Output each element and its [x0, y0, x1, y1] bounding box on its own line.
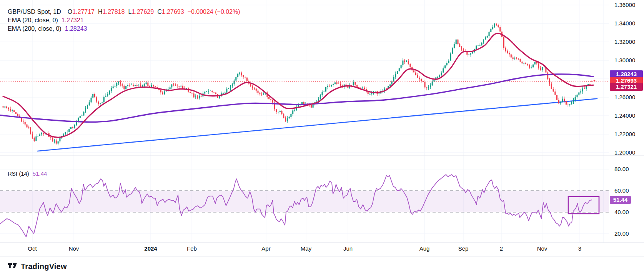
time-tick-label: Oct [28, 245, 37, 252]
time-tick-label: Sep [458, 245, 469, 252]
time-tick-label: May [301, 245, 311, 252]
time-tick-label: 2024 [144, 245, 157, 252]
time-axis[interactable]: OctNov2024FebAprMayJunAugSep2Nov3 [0, 243, 609, 257]
trendline[interactable] [38, 99, 597, 151]
ema200-label: EMA (200, close, 0) [8, 25, 62, 32]
last-price-marker [593, 80, 596, 81]
time-tick-label: 3 [578, 245, 581, 252]
rsi-legend-row[interactable]: RSI (14) 51.44 [8, 170, 47, 177]
ema200-legend-row[interactable]: EMA (200, close, 0) 1.28243 [8, 25, 87, 32]
price-tick-label: 1.26000 [614, 93, 635, 101]
price-tick-label: 1.20000 [614, 149, 635, 156]
chart-canvas[interactable] [0, 0, 644, 276]
ohlc-low: L1.27629 [128, 8, 154, 15]
ema200-value: 1.28243 [65, 25, 87, 32]
price-label-1.27321: 1.27321 [610, 83, 643, 91]
ema20-legend-row[interactable]: EMA (20, close, 0) 1.27321 [8, 17, 84, 24]
price-axis[interactable]: 1.360001.340001.320001.300001.260001.240… [610, 0, 644, 257]
price-tick-label: 1.32000 [614, 38, 635, 46]
time-tick-label: Jun [343, 245, 353, 252]
rsi-value: 51.44 [33, 170, 47, 177]
time-tick-label: Apr [261, 245, 270, 252]
ema20-value: 1.27321 [62, 17, 84, 24]
rsi-label: RSI (14) [8, 170, 29, 177]
time-tick-label: 2 [500, 245, 503, 252]
price-tick-label: 1.22000 [614, 130, 635, 138]
ohlc-close: C1.27693 [157, 8, 184, 15]
ema200-line[interactable] [0, 74, 593, 122]
price-tick-label: 1.30000 [614, 57, 635, 64]
rsi-tick-label: 60.00 [614, 187, 629, 195]
price-tick-label: 1.24000 [614, 112, 635, 120]
rsi-tick-label: 80.00 [614, 165, 629, 173]
ohlc-open: O1.27717 [68, 8, 95, 15]
time-tick-label: Feb [187, 245, 197, 252]
time-tick-label: Aug [419, 245, 430, 252]
ema20-label: EMA (20, close, 0) [8, 17, 58, 24]
tradingview-attribution[interactable]: TradingView [8, 262, 67, 271]
time-tick-label: Nov [69, 245, 79, 252]
symbol-title: GBP/USD Spot, 1D [8, 8, 61, 15]
tradingview-brand-text: TradingView [21, 262, 67, 271]
symbol-legend-row[interactable]: GBP/USD Spot, 1D O1.27717 H1.27818 L1.27… [8, 8, 240, 15]
ohlc-high: H1.27818 [98, 8, 125, 15]
price-tick-label: 1.34000 [614, 20, 635, 27]
rsi-tick-label: 40.00 [614, 208, 629, 216]
tradingview-chart-window: GBP/USD Spot, 1D O1.27717 H1.27818 L1.27… [0, 0, 644, 276]
price-change: −0.00024 (−0.02%) [188, 8, 240, 15]
rsi-value-label: 51.44 [610, 196, 631, 204]
tradingview-logo-icon [8, 263, 17, 271]
time-tick-label: Nov [537, 245, 547, 252]
rsi-tick-label: 20.00 [614, 230, 629, 238]
price-tick-label: 1.36000 [614, 1, 635, 9]
